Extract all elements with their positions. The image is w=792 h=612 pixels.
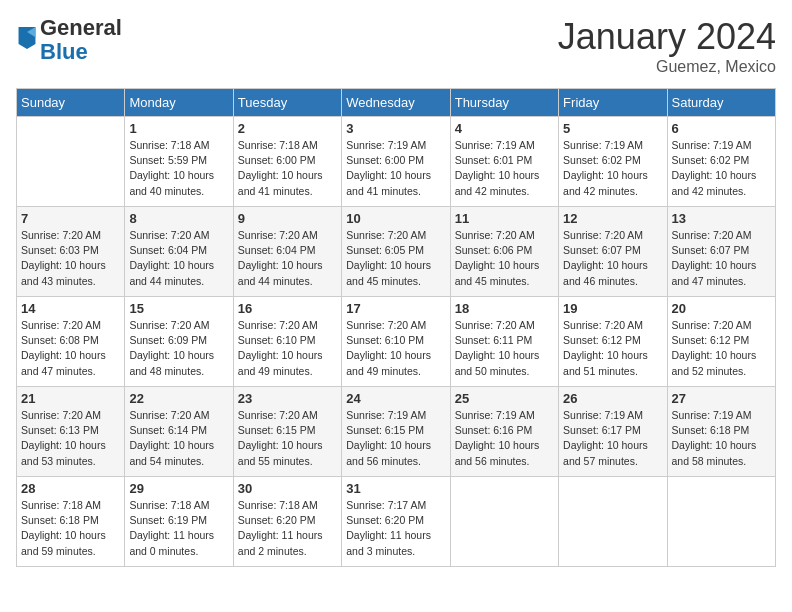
day-number: 30	[238, 481, 337, 496]
day-detail: Sunrise: 7:20 AM Sunset: 6:07 PM Dayligh…	[563, 228, 662, 289]
calendar-day-cell: 7Sunrise: 7:20 AM Sunset: 6:03 PM Daylig…	[17, 207, 125, 297]
weekday-header-cell: Tuesday	[233, 89, 341, 117]
calendar-day-cell: 18Sunrise: 7:20 AM Sunset: 6:11 PM Dayli…	[450, 297, 558, 387]
weekday-header-cell: Monday	[125, 89, 233, 117]
weekday-header-cell: Friday	[559, 89, 667, 117]
day-detail: Sunrise: 7:20 AM Sunset: 6:12 PM Dayligh…	[563, 318, 662, 379]
logo-blue-text: Blue	[40, 39, 88, 64]
calendar-day-cell: 25Sunrise: 7:19 AM Sunset: 6:16 PM Dayli…	[450, 387, 558, 477]
day-detail: Sunrise: 7:18 AM Sunset: 6:00 PM Dayligh…	[238, 138, 337, 199]
calendar-day-cell: 29Sunrise: 7:18 AM Sunset: 6:19 PM Dayli…	[125, 477, 233, 567]
day-number: 25	[455, 391, 554, 406]
day-number: 14	[21, 301, 120, 316]
day-number: 9	[238, 211, 337, 226]
day-number: 27	[672, 391, 771, 406]
day-detail: Sunrise: 7:20 AM Sunset: 6:04 PM Dayligh…	[238, 228, 337, 289]
day-detail: Sunrise: 7:19 AM Sunset: 6:01 PM Dayligh…	[455, 138, 554, 199]
day-number: 20	[672, 301, 771, 316]
day-detail: Sunrise: 7:20 AM Sunset: 6:05 PM Dayligh…	[346, 228, 445, 289]
weekday-header-cell: Thursday	[450, 89, 558, 117]
day-number: 6	[672, 121, 771, 136]
calendar-day-cell: 27Sunrise: 7:19 AM Sunset: 6:18 PM Dayli…	[667, 387, 775, 477]
day-detail: Sunrise: 7:19 AM Sunset: 6:02 PM Dayligh…	[672, 138, 771, 199]
calendar-week-row: 14Sunrise: 7:20 AM Sunset: 6:08 PM Dayli…	[17, 297, 776, 387]
day-detail: Sunrise: 7:17 AM Sunset: 6:20 PM Dayligh…	[346, 498, 445, 559]
calendar-table: SundayMondayTuesdayWednesdayThursdayFrid…	[16, 88, 776, 567]
day-detail: Sunrise: 7:20 AM Sunset: 6:06 PM Dayligh…	[455, 228, 554, 289]
calendar-day-cell: 24Sunrise: 7:19 AM Sunset: 6:15 PM Dayli…	[342, 387, 450, 477]
day-detail: Sunrise: 7:18 AM Sunset: 6:19 PM Dayligh…	[129, 498, 228, 559]
day-number: 19	[563, 301, 662, 316]
logo-general-text: General	[40, 15, 122, 40]
day-number: 22	[129, 391, 228, 406]
day-number: 23	[238, 391, 337, 406]
day-number: 3	[346, 121, 445, 136]
day-detail: Sunrise: 7:20 AM Sunset: 6:11 PM Dayligh…	[455, 318, 554, 379]
day-detail: Sunrise: 7:19 AM Sunset: 6:18 PM Dayligh…	[672, 408, 771, 469]
calendar-day-cell: 6Sunrise: 7:19 AM Sunset: 6:02 PM Daylig…	[667, 117, 775, 207]
calendar-day-cell: 4Sunrise: 7:19 AM Sunset: 6:01 PM Daylig…	[450, 117, 558, 207]
day-detail: Sunrise: 7:20 AM Sunset: 6:03 PM Dayligh…	[21, 228, 120, 289]
day-number: 13	[672, 211, 771, 226]
day-detail: Sunrise: 7:20 AM Sunset: 6:08 PM Dayligh…	[21, 318, 120, 379]
calendar-day-cell: 11Sunrise: 7:20 AM Sunset: 6:06 PM Dayli…	[450, 207, 558, 297]
day-number: 2	[238, 121, 337, 136]
calendar-day-cell: 8Sunrise: 7:20 AM Sunset: 6:04 PM Daylig…	[125, 207, 233, 297]
day-detail: Sunrise: 7:19 AM Sunset: 6:17 PM Dayligh…	[563, 408, 662, 469]
title-block: January 2024 Guemez, Mexico	[558, 16, 776, 76]
day-detail: Sunrise: 7:18 AM Sunset: 5:59 PM Dayligh…	[129, 138, 228, 199]
day-number: 18	[455, 301, 554, 316]
day-number: 10	[346, 211, 445, 226]
calendar-day-cell: 21Sunrise: 7:20 AM Sunset: 6:13 PM Dayli…	[17, 387, 125, 477]
day-detail: Sunrise: 7:20 AM Sunset: 6:04 PM Dayligh…	[129, 228, 228, 289]
day-detail: Sunrise: 7:20 AM Sunset: 6:10 PM Dayligh…	[346, 318, 445, 379]
day-detail: Sunrise: 7:19 AM Sunset: 6:16 PM Dayligh…	[455, 408, 554, 469]
day-number: 4	[455, 121, 554, 136]
calendar-day-cell: 10Sunrise: 7:20 AM Sunset: 6:05 PM Dayli…	[342, 207, 450, 297]
page-header: General Blue January 2024 Guemez, Mexico	[16, 16, 776, 76]
calendar-week-row: 21Sunrise: 7:20 AM Sunset: 6:13 PM Dayli…	[17, 387, 776, 477]
day-number: 11	[455, 211, 554, 226]
calendar-day-cell	[17, 117, 125, 207]
day-number: 26	[563, 391, 662, 406]
calendar-body: 1Sunrise: 7:18 AM Sunset: 5:59 PM Daylig…	[17, 117, 776, 567]
calendar-day-cell: 15Sunrise: 7:20 AM Sunset: 6:09 PM Dayli…	[125, 297, 233, 387]
day-detail: Sunrise: 7:18 AM Sunset: 6:20 PM Dayligh…	[238, 498, 337, 559]
weekday-header-cell: Wednesday	[342, 89, 450, 117]
day-number: 1	[129, 121, 228, 136]
calendar-day-cell: 28Sunrise: 7:18 AM Sunset: 6:18 PM Dayli…	[17, 477, 125, 567]
location-subtitle: Guemez, Mexico	[558, 58, 776, 76]
calendar-day-cell: 16Sunrise: 7:20 AM Sunset: 6:10 PM Dayli…	[233, 297, 341, 387]
day-number: 21	[21, 391, 120, 406]
calendar-day-cell: 17Sunrise: 7:20 AM Sunset: 6:10 PM Dayli…	[342, 297, 450, 387]
calendar-day-cell: 14Sunrise: 7:20 AM Sunset: 6:08 PM Dayli…	[17, 297, 125, 387]
day-detail: Sunrise: 7:20 AM Sunset: 6:15 PM Dayligh…	[238, 408, 337, 469]
calendar-day-cell	[559, 477, 667, 567]
day-number: 8	[129, 211, 228, 226]
logo: General Blue	[16, 16, 122, 64]
day-detail: Sunrise: 7:19 AM Sunset: 6:15 PM Dayligh…	[346, 408, 445, 469]
calendar-day-cell: 9Sunrise: 7:20 AM Sunset: 6:04 PM Daylig…	[233, 207, 341, 297]
weekday-header-cell: Sunday	[17, 89, 125, 117]
calendar-day-cell: 2Sunrise: 7:18 AM Sunset: 6:00 PM Daylig…	[233, 117, 341, 207]
day-detail: Sunrise: 7:18 AM Sunset: 6:18 PM Dayligh…	[21, 498, 120, 559]
day-detail: Sunrise: 7:20 AM Sunset: 6:13 PM Dayligh…	[21, 408, 120, 469]
calendar-day-cell: 20Sunrise: 7:20 AM Sunset: 6:12 PM Dayli…	[667, 297, 775, 387]
day-detail: Sunrise: 7:20 AM Sunset: 6:10 PM Dayligh…	[238, 318, 337, 379]
day-number: 28	[21, 481, 120, 496]
calendar-day-cell: 13Sunrise: 7:20 AM Sunset: 6:07 PM Dayli…	[667, 207, 775, 297]
day-number: 16	[238, 301, 337, 316]
day-number: 12	[563, 211, 662, 226]
day-number: 31	[346, 481, 445, 496]
day-number: 17	[346, 301, 445, 316]
day-detail: Sunrise: 7:19 AM Sunset: 6:02 PM Dayligh…	[563, 138, 662, 199]
day-number: 29	[129, 481, 228, 496]
calendar-day-cell	[667, 477, 775, 567]
day-number: 24	[346, 391, 445, 406]
calendar-day-cell: 5Sunrise: 7:19 AM Sunset: 6:02 PM Daylig…	[559, 117, 667, 207]
calendar-day-cell: 3Sunrise: 7:19 AM Sunset: 6:00 PM Daylig…	[342, 117, 450, 207]
day-detail: Sunrise: 7:20 AM Sunset: 6:07 PM Dayligh…	[672, 228, 771, 289]
calendar-day-cell: 19Sunrise: 7:20 AM Sunset: 6:12 PM Dayli…	[559, 297, 667, 387]
day-number: 7	[21, 211, 120, 226]
day-detail: Sunrise: 7:19 AM Sunset: 6:00 PM Dayligh…	[346, 138, 445, 199]
